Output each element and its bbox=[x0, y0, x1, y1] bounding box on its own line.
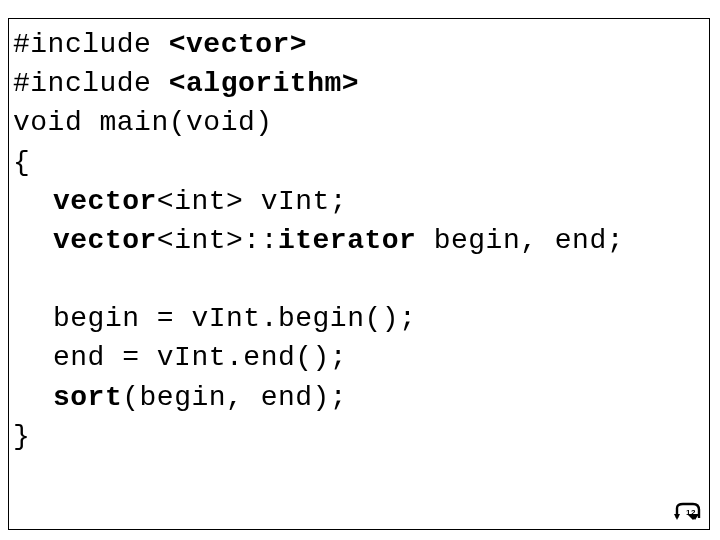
code-line-4: { bbox=[13, 143, 705, 182]
decl-begin-end: begin, end; bbox=[416, 225, 624, 256]
header-vector: <vector> bbox=[169, 29, 307, 60]
template-int: <int>:: bbox=[157, 225, 278, 256]
return-nav-button[interactable]: 12 bbox=[673, 499, 703, 523]
include-keyword: #include bbox=[13, 29, 169, 60]
code-frame: #include <vector> #include <algorithm> v… bbox=[8, 18, 710, 530]
vector-type: vector bbox=[53, 225, 157, 256]
page-number: 12 bbox=[686, 508, 696, 517]
code-line-9: sort(begin, end); bbox=[13, 378, 705, 417]
code-line-10: } bbox=[13, 417, 705, 456]
code-line-3: void main(void) bbox=[13, 103, 705, 142]
code-line-7: begin = vInt.begin(); bbox=[13, 299, 705, 338]
u-turn-arrow-icon: 12 bbox=[673, 502, 703, 526]
decl-vint: <int> vInt; bbox=[157, 186, 347, 217]
sort-args: (begin, end); bbox=[122, 382, 347, 413]
include-keyword: #include bbox=[13, 68, 169, 99]
code-line-5: vector<int> vInt; bbox=[13, 182, 705, 221]
sort-fn: sort bbox=[53, 382, 122, 413]
code-line-1: #include <vector> bbox=[13, 25, 705, 64]
header-algorithm: <algorithm> bbox=[169, 68, 359, 99]
blank-line bbox=[13, 260, 705, 299]
vector-type: vector bbox=[53, 186, 157, 217]
code-line-2: #include <algorithm> bbox=[13, 64, 705, 103]
code-line-8: end = vInt.end(); bbox=[13, 338, 705, 377]
iterator-keyword: iterator bbox=[278, 225, 416, 256]
code-line-6: vector<int>::iterator begin, end; bbox=[13, 221, 705, 260]
